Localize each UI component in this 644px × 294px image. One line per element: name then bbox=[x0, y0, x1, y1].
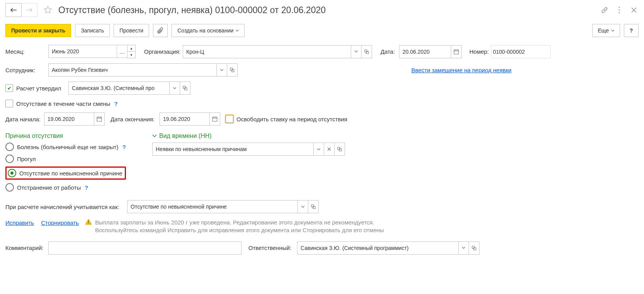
caret-down-icon bbox=[236, 30, 239, 32]
counted-as-open-button[interactable] bbox=[308, 200, 319, 213]
organization-open-button[interactable] bbox=[362, 45, 372, 58]
create-based-on-button[interactable]: Создать на основании bbox=[172, 24, 245, 37]
caret-down-icon bbox=[462, 247, 465, 249]
calendar-icon bbox=[212, 116, 217, 122]
organization-label: Организация: bbox=[144, 48, 183, 55]
open-icon bbox=[364, 49, 369, 54]
svg-rect-8 bbox=[183, 86, 185, 88]
warning-text-line1: Выплата зарплаты за Июнь 2020 г уже пров… bbox=[95, 219, 384, 226]
svg-rect-15 bbox=[313, 206, 315, 209]
close-icon bbox=[631, 7, 637, 13]
svg-rect-19 bbox=[474, 248, 476, 250]
end-date-calendar-button[interactable] bbox=[210, 112, 220, 126]
caret-down-icon bbox=[317, 148, 320, 150]
time-kind-section-title[interactable]: Вид времени (НН) bbox=[152, 133, 345, 139]
responsible-input[interactable] bbox=[297, 241, 459, 255]
employee-open-button[interactable] bbox=[227, 63, 238, 76]
counted-as-input[interactable] bbox=[127, 200, 298, 213]
date-input[interactable] bbox=[399, 45, 451, 58]
counted-as-dropdown-button[interactable] bbox=[298, 200, 308, 213]
attachment-button[interactable] bbox=[153, 24, 168, 37]
warning-icon bbox=[85, 219, 92, 235]
reason-illness-help-icon[interactable]: ? bbox=[122, 144, 126, 150]
organization-input[interactable] bbox=[183, 45, 351, 58]
end-date-input[interactable] bbox=[160, 112, 210, 126]
svg-rect-9 bbox=[185, 88, 187, 90]
svg-point-2 bbox=[619, 12, 620, 13]
start-date-calendar-button[interactable] bbox=[94, 112, 105, 126]
month-up-button[interactable]: ▲ bbox=[127, 45, 136, 52]
chevron-down-icon bbox=[152, 134, 157, 138]
responsible-label: Ответственный: bbox=[248, 245, 297, 251]
release-position-label: Освободить ставку на период отсутствия bbox=[236, 116, 347, 122]
arrow-right-icon bbox=[26, 8, 32, 12]
close-button[interactable] bbox=[629, 5, 639, 15]
employee-input[interactable] bbox=[48, 63, 217, 76]
time-kind-open-button[interactable] bbox=[335, 143, 345, 156]
svg-rect-3 bbox=[365, 50, 367, 52]
post-button[interactable]: Провести bbox=[114, 24, 149, 37]
time-kind-input[interactable] bbox=[152, 143, 314, 156]
more-label: Еще bbox=[598, 27, 609, 34]
number-input[interactable] bbox=[491, 45, 551, 58]
reason-absenteeism-radio[interactable] bbox=[5, 155, 14, 163]
favorite-star-icon[interactable] bbox=[41, 3, 54, 17]
calc-approved-checkbox[interactable] bbox=[5, 84, 13, 92]
reason-unknown-radio[interactable] bbox=[8, 169, 16, 177]
responsible-dropdown-button[interactable] bbox=[459, 241, 469, 255]
clear-icon bbox=[327, 147, 331, 151]
start-date-input[interactable] bbox=[44, 112, 94, 126]
approved-by-dropdown-button[interactable] bbox=[170, 82, 180, 95]
reason-suspension-radio[interactable] bbox=[5, 183, 14, 192]
fix-link[interactable]: Исправить bbox=[5, 219, 34, 226]
svg-rect-17 bbox=[88, 223, 89, 224]
reason-suspension-help-icon[interactable]: ? bbox=[85, 184, 88, 191]
svg-rect-18 bbox=[472, 246, 474, 248]
time-kind-clear-button[interactable] bbox=[324, 143, 335, 156]
nav-back-button[interactable] bbox=[5, 3, 22, 17]
date-label: Дата: bbox=[381, 48, 399, 55]
reason-illness-label: Болезнь (больничный еще не закрыт) bbox=[17, 144, 119, 150]
help-button[interactable]: ? bbox=[624, 24, 639, 37]
end-date-label: Дата окончания: bbox=[110, 116, 160, 122]
caret-down-icon bbox=[173, 87, 176, 89]
svg-rect-16 bbox=[88, 221, 89, 223]
month-label: Месяц: bbox=[5, 48, 48, 55]
open-icon bbox=[230, 68, 234, 72]
partial-shift-help-icon[interactable]: ? bbox=[114, 100, 118, 107]
start-date-label: Дата начала: bbox=[5, 116, 44, 122]
month-input[interactable] bbox=[48, 45, 117, 58]
partial-shift-checkbox[interactable] bbox=[5, 100, 13, 107]
time-kind-dropdown-button[interactable] bbox=[314, 143, 324, 156]
caret-down-icon bbox=[301, 206, 304, 208]
post-and-close-button[interactable]: Провести и закрыть bbox=[5, 24, 71, 37]
release-position-checkbox[interactable] bbox=[226, 115, 233, 123]
employee-dropdown-button[interactable] bbox=[217, 63, 227, 76]
kebab-menu-icon[interactable] bbox=[615, 5, 624, 15]
comment-label: Комментарий: bbox=[5, 245, 48, 251]
month-down-button[interactable]: ▼ bbox=[127, 52, 136, 58]
reverse-link[interactable]: Сторнировать bbox=[41, 219, 79, 226]
approved-by-input[interactable] bbox=[68, 82, 170, 95]
month-select-button[interactable] bbox=[117, 45, 127, 58]
substitution-link[interactable]: Ввести замещение на период неявки bbox=[411, 67, 511, 73]
organization-dropdown-button[interactable] bbox=[351, 45, 362, 58]
svg-rect-7 bbox=[232, 70, 234, 72]
reason-unknown-label: Отсутствие по невыясненной причине bbox=[19, 170, 122, 177]
paperclip-icon bbox=[157, 27, 163, 34]
date-calendar-button[interactable] bbox=[451, 45, 462, 58]
warning-text-line2: Воспользуйтесь командой Исправить для ис… bbox=[95, 226, 384, 234]
calc-approved-label: Расчет утвердил bbox=[16, 85, 68, 92]
write-button[interactable]: Записать bbox=[75, 24, 110, 37]
reason-illness-radio[interactable] bbox=[5, 143, 14, 151]
responsible-open-button[interactable] bbox=[469, 241, 479, 255]
approved-by-open-button[interactable] bbox=[180, 82, 190, 95]
more-button[interactable]: Еще bbox=[592, 24, 620, 37]
comment-input[interactable] bbox=[48, 241, 241, 255]
counted-as-label: При расчете начислений учитывается как: bbox=[5, 204, 127, 210]
svg-rect-6 bbox=[230, 68, 233, 70]
link-icon[interactable] bbox=[600, 5, 609, 15]
partial-shift-label: Отсутствие в течение части смены bbox=[16, 100, 110, 107]
create-based-on-label: Создать на основании bbox=[177, 27, 233, 34]
number-label: Номер: bbox=[469, 48, 491, 55]
